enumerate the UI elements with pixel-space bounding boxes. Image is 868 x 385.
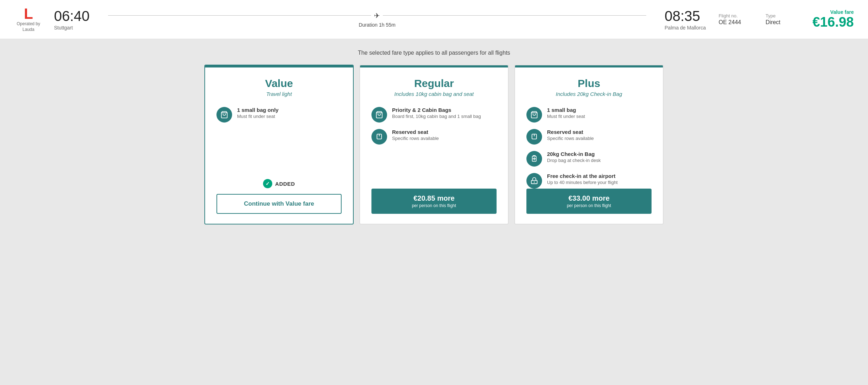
feature-desc-checkin-bag: Drop bag at check-in desk (547, 158, 601, 163)
logo-letter: L (24, 6, 33, 21)
duration-text: Duration 1h 55m (359, 22, 396, 28)
checkin-desk-icon (526, 173, 542, 189)
flight-route: ✈ Duration 1h 55m (101, 11, 653, 28)
feature-text-checkin-bag-plus: 20kg Check-in Bag Drop bag at check-in d… (547, 151, 601, 163)
regular-price: €20.85 more (413, 194, 455, 202)
fare-notice: The selected fare type applies to all pa… (21, 50, 847, 56)
feature-text-seat-plus: Reserved seat Specific rows available (547, 129, 594, 141)
added-badge: ✓ ADDED (216, 179, 342, 188)
feature-priority-regular: Priority & 2 Cabin Bags Board first, 10k… (371, 107, 497, 123)
fare-subtitle-plus: Includes 20kg Check-in Bag (526, 91, 652, 97)
fare-amount: €16.98 (813, 15, 854, 30)
feature-title-seat-regular: Reserved seat (392, 129, 439, 135)
arrival-time: 08:35 (665, 8, 707, 24)
flight-no-block: Flight no. OE 2444 (719, 13, 754, 26)
feature-desc-checkin-desk: Up to 40 minutes before your flight (547, 180, 618, 185)
feature-text-seat-regular: Reserved seat Specific rows available (392, 129, 439, 141)
flight-no-label: Flight no. (719, 13, 754, 18)
added-label: ADDED (275, 181, 295, 187)
flight-no-value: OE 2444 (719, 19, 754, 26)
feature-bag-plus: 1 small bag Must fit under seat (526, 107, 652, 123)
feature-title-priority: Priority & 2 Cabin Bags (392, 107, 481, 113)
checkin-bag-icon (526, 151, 542, 167)
feature-text-checkin-desk-plus: Free check-in at the airport Up to 40 mi… (547, 173, 618, 185)
fare-features-value: 1 small bag only Must fit under seat (216, 107, 342, 170)
fare-subtitle-regular: Includes 10kg cabin bag and seat (371, 91, 497, 97)
plus-price-sub: per person on this flight (532, 203, 646, 208)
fare-features-regular: Priority & 2 Cabin Bags Board first, 10k… (371, 107, 497, 189)
feature-text-bag-value: 1 small bag only Must fit under seat (237, 107, 279, 119)
feature-text-bag-plus: 1 small bag Must fit under seat (547, 107, 585, 119)
fare-subtitle-value: Travel light (216, 91, 342, 97)
departure-block: 06:40 Stuttgart (54, 8, 90, 31)
check-circle-icon: ✓ (263, 179, 272, 188)
feature-desc-priority: Board first, 10kg cabin bag and 1 small … (392, 114, 481, 119)
plus-price: €33.00 more (568, 194, 610, 202)
route-line: ✈ (108, 11, 646, 20)
fare-price-block: Value fare €16.98 (813, 9, 854, 30)
continue-value-button[interactable]: Continue with Value fare (216, 194, 342, 214)
flight-type-block: Type Direct (766, 13, 801, 26)
bag-icon-plus (526, 107, 542, 123)
upgrade-plus-button[interactable]: €33.00 more per person on this flight (526, 189, 652, 214)
arrival-city: Palma de Mallorca (665, 25, 707, 31)
feature-seat-regular: Reserved seat Specific rows available (371, 129, 497, 145)
line-left (108, 15, 371, 16)
departure-time: 06:40 (54, 8, 90, 24)
feature-title-checkin-bag: 20kg Check-in Bag (547, 151, 601, 157)
seat-icon-plus (526, 129, 542, 145)
feature-desc-bag-plus: Must fit under seat (547, 114, 585, 119)
fare-card-body-regular: Regular Includes 10kg cabin bag and seat (360, 67, 508, 224)
feature-title-seat-plus: Reserved seat (547, 129, 594, 135)
regular-price-sub: per person on this flight (377, 203, 491, 208)
main-content: The selected fare type applies to all pa… (0, 39, 868, 242)
seat-icon-regular (371, 129, 387, 145)
feature-desc-seat-regular: Specific rows available (392, 136, 439, 141)
arrival-block: 08:35 Palma de Mallorca (665, 8, 707, 31)
feature-seat-plus: Reserved seat Specific rows available (526, 129, 652, 145)
airline-logo: L Operated byLauda (14, 6, 43, 32)
feature-checkin-desk-plus: Free check-in at the airport Up to 40 mi… (526, 173, 652, 189)
line-right (383, 15, 646, 16)
fare-name-regular: Regular (371, 77, 497, 90)
flight-type-label: Type (766, 13, 801, 18)
feature-desc-seat-plus: Specific rows available (547, 136, 594, 141)
feature-bag-value: 1 small bag only Must fit under seat (216, 107, 342, 123)
fare-name-plus: Plus (526, 77, 652, 90)
feature-title-bag-value: 1 small bag only (237, 107, 279, 113)
fare-card-body-plus: Plus Includes 20kg Check-in Bag 1 smal (515, 67, 663, 224)
feature-text-priority: Priority & 2 Cabin Bags Board first, 10k… (392, 107, 481, 119)
fare-card-plus: Plus Includes 20kg Check-in Bag 1 smal (514, 65, 664, 224)
airline-name: Operated byLauda (17, 21, 40, 32)
fare-card-value: Value Travel light 1 small bag only (204, 65, 354, 224)
fare-name-value: Value (216, 77, 342, 90)
feature-title-bag-plus: 1 small bag (547, 107, 585, 113)
flight-type-value: Direct (766, 19, 801, 26)
fare-features-plus: 1 small bag Must fit under seat (526, 107, 652, 189)
fare-card-regular: Regular Includes 10kg cabin bag and seat (359, 65, 509, 224)
feature-desc-bag-value: Must fit under seat (237, 114, 279, 119)
fare-card-body-value: Value Travel light 1 small bag only (205, 67, 353, 224)
feature-checkin-bag-plus: 20kg Check-in Bag Drop bag at check-in d… (526, 151, 652, 167)
priority-icon (371, 107, 387, 123)
bag-icon (216, 107, 232, 123)
fare-cards: Value Travel light 1 small bag only (21, 65, 847, 224)
plane-icon: ✈ (374, 11, 380, 20)
flight-header: L Operated byLauda 06:40 Stuttgart ✈ Dur… (0, 0, 868, 39)
departure-city: Stuttgart (54, 25, 90, 31)
upgrade-regular-button[interactable]: €20.85 more per person on this flight (371, 189, 497, 214)
feature-title-checkin-desk: Free check-in at the airport (547, 173, 618, 179)
fare-label: Value fare (813, 9, 854, 15)
